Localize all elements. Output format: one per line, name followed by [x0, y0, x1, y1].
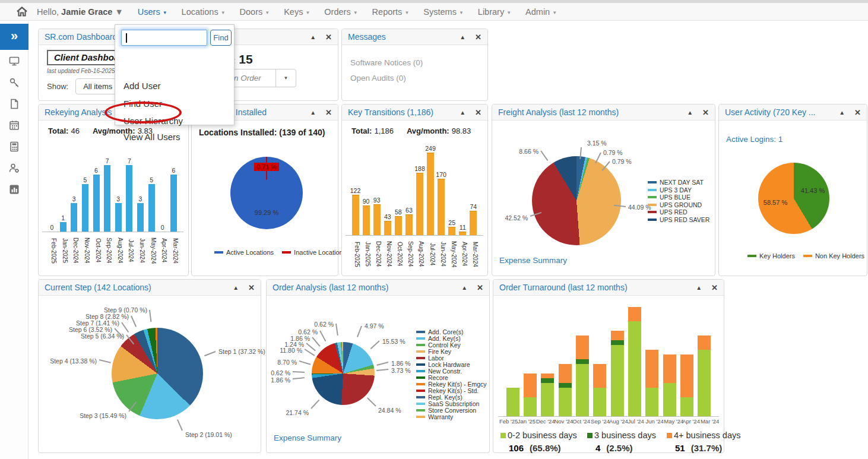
- x-axis-label: Nov-2024: [382, 238, 392, 271]
- leader-line: [299, 360, 311, 365]
- legend-item: Key Holders: [747, 252, 795, 259]
- panel-user-activity: User Activity (720 Key ... ▲ ✕ Active Lo…: [718, 104, 867, 276]
- collapse-icon[interactable]: ▲: [461, 284, 467, 291]
- legend-swatch: [500, 433, 506, 438]
- show-filter-select[interactable]: All items: [75, 78, 120, 94]
- panel-header[interactable]: Order Turnaround (last 12 months) ▲ ✕: [493, 280, 724, 296]
- calculator-icon[interactable]: [9, 141, 20, 152]
- close-icon[interactable]: ✕: [325, 33, 332, 42]
- nav-item-doors[interactable]: Doors▼: [240, 7, 270, 17]
- close-icon[interactable]: ✕: [477, 283, 483, 292]
- x-axis-label: Feb-2025: [47, 234, 57, 267]
- chevron-down-icon[interactable]: ▼: [275, 69, 296, 87]
- collapse-icon[interactable]: ▲: [687, 109, 693, 116]
- bar-column: 3: [69, 195, 79, 232]
- panel-title: Current Step (142 Locations): [45, 283, 223, 292]
- close-icon[interactable]: ✕: [711, 283, 718, 292]
- legend-item: Rekey Kit(s) - Emgcy: [416, 381, 487, 387]
- legend-label: UPS RED SAVER: [660, 216, 709, 223]
- collapse-icon[interactable]: ▲: [310, 109, 316, 116]
- collapse-icon[interactable]: ▲: [310, 34, 316, 40]
- document-icon[interactable]: [9, 99, 20, 109]
- bar: [148, 184, 155, 232]
- close-icon[interactable]: ✕: [702, 108, 709, 117]
- legend-item: 0-2 business days106(65.8%): [500, 430, 577, 453]
- nav-item-systems[interactable]: Systems▼: [423, 7, 464, 17]
- legend-swatch: [648, 211, 657, 213]
- pie-label: Step 3 (15.49 %): [80, 412, 126, 419]
- x-axis-label: Sep '24: [591, 418, 608, 426]
- panel-header[interactable]: Order Analysis (last 12 months) ▲ ✕: [267, 280, 489, 296]
- monitor-icon[interactable]: [9, 56, 20, 67]
- panel-header[interactable]: Freight Analysis (last 12 months) ▲ ✕: [492, 105, 715, 121]
- legend-item: Fire Key: [416, 348, 487, 354]
- menu-item-view-all-users[interactable]: View All Users: [123, 132, 180, 142]
- panel-key-transitions: Key Transitions (1,186) ▲ ✕ Total:1,186A…: [341, 104, 488, 276]
- nav-item-users[interactable]: Users▼: [138, 7, 167, 17]
- legend-item: Inactive Locations: [282, 249, 346, 256]
- home-icon[interactable]: [17, 7, 27, 17]
- bar-value-label: 3: [139, 195, 142, 202]
- close-icon[interactable]: ✕: [854, 108, 861, 117]
- collapse-icon[interactable]: ▲: [233, 284, 239, 291]
- pie-label: 0.62 %: [314, 321, 334, 328]
- user-search-input[interactable]: [121, 30, 207, 46]
- leader-line: [149, 310, 151, 322]
- panel-header[interactable]: Current Step (142 Locations) ▲ ✕: [39, 280, 261, 296]
- nav-greeting[interactable]: Hello, Jamie Grace ▼: [37, 7, 123, 17]
- collapse-icon[interactable]: ▲: [839, 109, 845, 116]
- nav-item-admin[interactable]: Admin▼: [525, 7, 557, 17]
- x-axis-label: Dec-2024: [372, 238, 382, 271]
- panel-locations-installed: Locations Installed ▲ ✕ Locations Instal…: [191, 104, 338, 276]
- x-axis-label: Nov-2024: [80, 234, 90, 267]
- legend-swatch: [416, 357, 425, 359]
- legend-swatch: [416, 396, 425, 398]
- nav-item-reports[interactable]: Reports▼: [372, 7, 410, 17]
- nav-item-keys[interactable]: Keys▼: [284, 7, 310, 17]
- nav-item-orders[interactable]: Orders▼: [324, 7, 357, 17]
- bar-chart-icon[interactable]: [9, 184, 20, 195]
- pie-label: 8.70 %: [277, 359, 297, 366]
- pie-chart: [112, 328, 203, 419]
- panel-header[interactable]: User Activity (720 Key ... ▲ ✕: [719, 105, 867, 121]
- legend-swatch: [416, 403, 425, 405]
- chevron-down-icon: ▼: [265, 10, 270, 15]
- close-icon[interactable]: ✕: [475, 108, 481, 117]
- legend-count: 51: [675, 443, 685, 453]
- collapse-icon[interactable]: ▲: [460, 109, 465, 116]
- bar: [82, 184, 88, 232]
- x-axis-label: Feb '25: [499, 418, 517, 426]
- legend-item: Labor: [416, 354, 487, 361]
- close-icon[interactable]: ✕: [475, 33, 481, 42]
- last-updated-text: last updated Feb-16-2025 8:: [47, 68, 122, 74]
- find-button[interactable]: Find: [210, 30, 232, 46]
- leader-line: [311, 400, 319, 409]
- nav-item-locations[interactable]: Locations▼: [182, 7, 226, 17]
- close-icon[interactable]: ✕: [248, 283, 255, 292]
- panel-header[interactable]: Key Transitions (1,186) ▲ ✕: [342, 105, 487, 121]
- legend-swatch: [648, 189, 657, 191]
- key-icon[interactable]: [9, 77, 20, 88]
- expense-summary-link[interactable]: Expense Summary: [499, 256, 567, 265]
- open-audits-link[interactable]: Open Audits (0): [350, 74, 406, 83]
- bar-segment: [593, 388, 606, 416]
- panel-header[interactable]: Messages ▲ ✕: [342, 29, 487, 45]
- user-settings-icon[interactable]: [9, 163, 20, 173]
- bar-column: 122: [350, 187, 360, 235]
- expense-summary-link[interactable]: Expense Summary: [274, 433, 341, 442]
- menu-item-add-user[interactable]: Add User: [123, 81, 161, 91]
- software-notices-link[interactable]: Software Notices (0): [350, 58, 423, 67]
- collapse-icon[interactable]: ▲: [460, 34, 465, 40]
- menu-item-find-user[interactable]: Find User: [123, 99, 162, 109]
- collapse-icon[interactable]: ▲: [696, 284, 702, 291]
- bar-column: 170: [436, 171, 446, 235]
- menu-item-user-hierarchy[interactable]: User Hierarchy: [123, 116, 183, 126]
- legend-swatch: [648, 196, 657, 198]
- bar: [170, 175, 177, 232]
- leader-line: [177, 419, 183, 430]
- calendar-icon[interactable]: [9, 120, 20, 131]
- stacked-bar-plot: [498, 302, 719, 417]
- nav-item-library[interactable]: Library▼: [478, 7, 511, 17]
- close-icon[interactable]: ✕: [325, 108, 332, 117]
- sidebar-expand-button[interactable]: »: [0, 24, 28, 50]
